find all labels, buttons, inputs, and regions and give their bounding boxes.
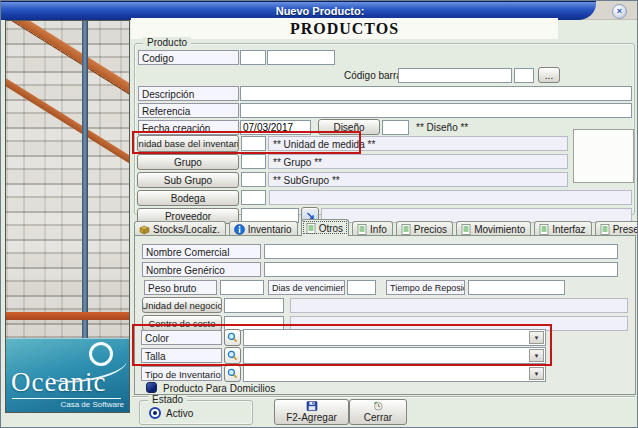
diseno-button[interactable]: Diseño [318,119,380,135]
codigo-barras-browse-button[interactable]: ... [538,67,560,83]
tab-interfaz[interactable]: Interfaz [534,221,591,236]
centro-costo-button[interactable]: Centro de costo [142,315,222,331]
referencia-label: Referencia [138,103,239,118]
tab-precios[interactable]: Precios [396,221,453,236]
f2-agregar-button[interactable]: F2-Agregar [274,399,349,425]
descripcion-input[interactable] [240,86,632,101]
color-label: Color [141,330,222,345]
fecha-creacion-input[interactable] [240,120,311,135]
tipo-inventario-search-button[interactable] [224,365,241,382]
nombre-comercial-input[interactable] [264,244,618,259]
subgrupo-hint: ** SubGrupo ** [268,172,568,187]
tab-label: Movimiento [474,224,525,235]
dias-vencimiento-label: Dias de vencimiento [268,280,345,295]
radio-dot [153,411,157,415]
unidad-base-input[interactable] [241,136,266,151]
talla-combobox[interactable]: ▼ [243,347,546,364]
descripcion-label: Descripción [138,86,239,101]
referencia-input[interactable] [240,103,632,118]
document-icon [461,224,471,235]
magnifier-icon [227,332,238,343]
warehouse-photo: Oceanic Casa de Software [5,20,130,413]
domicilios-checkbox[interactable] [146,382,157,393]
bodega-name-field [269,190,632,205]
estado-activo-radio[interactable] [149,407,161,419]
peso-bruto-input[interactable] [220,280,264,295]
grupo-hint: ** Grupo ** [268,154,568,169]
unidad-base-button[interactable]: Unidad base del inventario [137,135,239,152]
tiempo-reposicion-label: Tiempo de Reposición [386,280,465,295]
magnifier-icon [227,368,238,379]
tab-presentaciones[interactable]: Presentaciones [595,221,638,236]
unidad-negocio-input[interactable] [224,298,284,313]
chevron-down-icon[interactable]: ▼ [529,331,544,344]
logo-name: Oceanic [11,367,106,398]
subgrupo-input[interactable] [241,172,266,187]
tab-inventario[interactable]: Inventario [229,221,298,236]
tab-label: Precios [414,224,447,235]
new-product-window: Nuevo Producto: × Oceanic Casa de Softwa… [0,0,638,428]
peso-bruto-label: Peso bruto [144,280,217,295]
bodega-input[interactable] [241,190,266,205]
logo-underline [12,398,121,399]
estado-activo-label: Activo [166,408,193,419]
tab-label: Info [370,224,387,235]
clock-exit-icon [372,401,384,411]
rack-bar [6,312,129,320]
window-title: Nuevo Producto: [1,5,638,17]
logo-ring-icon [89,342,113,366]
pallet-row [6,320,129,338]
tab-label: Interfaz [552,224,585,235]
footer-divider [132,396,635,398]
tab-label: Inventario [248,224,292,235]
codigo-input[interactable] [267,50,335,65]
fecha-creacion-label: Fecha creación [138,120,239,135]
unidad-negocio-button[interactable]: Unidad del negocio [142,297,222,313]
grupo-input[interactable] [241,154,266,169]
grupo-button[interactable]: Grupo [137,154,239,170]
nombre-generico-label: Nombre Genérico [142,262,261,277]
color-search-button[interactable] [224,329,241,346]
nombre-comercial-label: Nombre Comercial [142,244,261,259]
tiempo-reposicion-input[interactable] [468,280,565,295]
tab-movimiento[interactable]: Movimiento [456,221,531,236]
magnifier-icon [227,350,238,361]
codigo-prefix-input[interactable] [240,50,266,65]
color-combobox[interactable]: ▼ [243,329,546,346]
talla-search-button[interactable] [224,347,241,364]
rack-post [82,21,88,338]
chevron-down-icon[interactable]: ▼ [529,349,544,362]
tab-label: Presentaciones [613,224,638,235]
tab-otros[interactable]: Otros [301,219,349,236]
info-icon [234,224,245,235]
tab-info[interactable]: Info [352,221,393,236]
header-band: PRODUCTOS [131,18,558,39]
tipo-inventario-combobox[interactable]: ▼ [243,365,546,382]
document-icon [600,224,610,235]
estado-group-label: Estado [148,394,187,405]
diseno-hint: ** Diseño ** [416,122,468,133]
pallet-stacks [6,21,129,338]
unidad-base-hint: ** Unidad de medida ** [268,136,568,151]
tab-label: Stocks/Localiz. [153,224,220,235]
document-icon [306,223,316,234]
talla-label: Talla [141,348,222,363]
subgrupo-button[interactable]: Sub Grupo [137,172,239,188]
codigo-label: Codigo [138,50,239,65]
diseno-code-input[interactable] [382,120,409,135]
chevron-down-icon[interactable]: ▼ [529,367,544,380]
dias-vencimiento-input[interactable] [347,280,376,295]
tab-stocks-localiz[interactable]: Stocks/Localiz. [134,221,226,236]
nombre-generico-input[interactable] [264,262,618,277]
save-icon [306,401,318,411]
codigo-barras-input[interactable] [398,68,512,83]
tab-label: Otros [319,223,343,234]
document-icon [401,224,411,235]
codigo-barras-check-input[interactable] [514,68,534,83]
cerrar-button[interactable]: Cerrar [349,399,407,425]
close-icon[interactable]: × [612,4,627,19]
producto-group-label: Producto [143,37,191,48]
document-icon [539,224,549,235]
bodega-button[interactable]: Bodega [137,190,239,206]
product-image-box [573,129,634,183]
